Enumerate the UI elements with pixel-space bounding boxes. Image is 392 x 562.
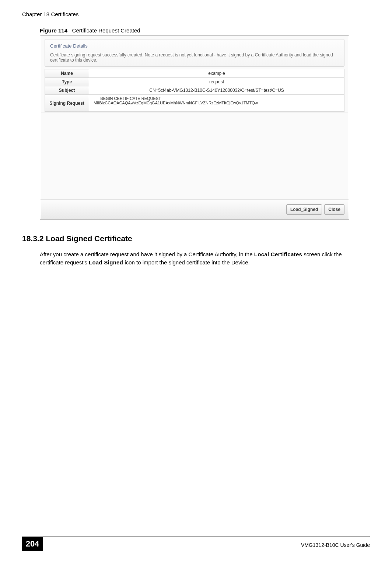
certificate-details-box: Certificate Details Certificate signing … [45, 39, 344, 67]
table-row: Type request [45, 78, 344, 86]
subject-label: Subject [45, 86, 89, 95]
certificate-detail-table: Name example Type request Subject CN=5cf… [45, 69, 344, 112]
panel-spacer [40, 112, 349, 199]
type-label: Type [45, 78, 89, 86]
load-signed-term: Load Signed [89, 259, 123, 266]
certificate-details-text: Certificate signing request successfully… [50, 52, 339, 63]
para-pre: After you create a certificate request a… [40, 251, 254, 257]
figure-caption: Figure 114 Certificate Request Created [40, 27, 370, 34]
page-footer: 204 VMG1312-B10C User's Guide [22, 537, 370, 551]
section-paragraph: After you create a certificate request a… [40, 250, 366, 267]
guide-name: VMG1312-B10C User's Guide [301, 542, 370, 548]
figure-caption-text: Certificate Request Created [72, 27, 140, 34]
para-post: icon to import the signed certificate in… [123, 259, 250, 266]
figure-label: Figure 114 [40, 27, 67, 34]
chapter-title: Chapter 18 Certificates [22, 11, 78, 17]
button-bar: Load_Signed Close [40, 199, 349, 219]
signing-request-textarea[interactable] [92, 96, 341, 109]
table-row: Signing Request [45, 95, 344, 112]
screenshot-frame: Certificate Details Certificate signing … [40, 35, 349, 219]
certificate-panel: Certificate Details Certificate signing … [40, 35, 349, 219]
subject-value: CN=5cf4ab-VMG1312-B10C-S140Y12000032/O=t… [89, 86, 344, 95]
certificate-details-title: Certificate Details [50, 43, 339, 49]
page-number: 204 [22, 537, 43, 551]
table-row: Name example [45, 69, 344, 78]
name-label: Name [45, 69, 89, 78]
signing-request-cell [89, 95, 344, 112]
table-row: Subject CN=5cf4ab-VMG1312-B10C-S140Y1200… [45, 86, 344, 95]
section-heading: 18.3.2 Load Signed Certificate [22, 234, 370, 243]
type-value: request [89, 78, 344, 86]
local-certificates-term: Local Certificates [254, 251, 302, 257]
load-signed-button[interactable]: Load_Signed [286, 204, 322, 215]
chapter-header: Chapter 18 Certificates [22, 11, 370, 19]
close-button[interactable]: Close [324, 204, 344, 215]
name-value: example [89, 69, 344, 78]
signing-request-label: Signing Request [45, 95, 89, 112]
